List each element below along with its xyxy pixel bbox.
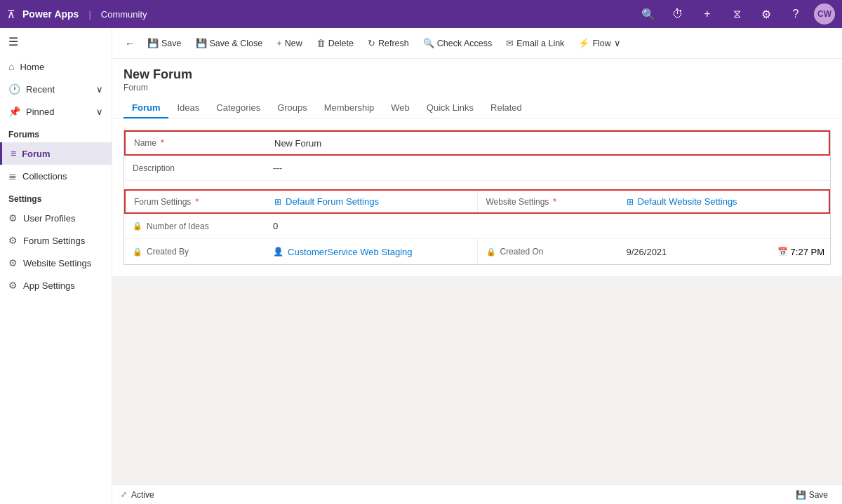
created-on-date-value: 9/26/2021 (618, 241, 772, 263)
sidebar: ☰ ⌂ Home 🕐 Recent ∨ 📌 Pinned ∨ Forums ≡ … (0, 28, 112, 504)
description-value[interactable]: --- (265, 156, 830, 180)
sidebar-pinned-label: Pinned (26, 107, 54, 117)
environment-name: Community (101, 9, 147, 20)
website-settings-value[interactable]: ⊞ Default Website Settings (618, 191, 829, 212)
name-row: Name * New Forum (124, 130, 830, 156)
check-access-icon: 🔍 (423, 38, 434, 48)
tab-quick-links[interactable]: Quick Links (418, 98, 482, 118)
sidebar-item-forum-settings[interactable]: ⚙ Forum Settings (0, 229, 112, 252)
tab-groups[interactable]: Groups (269, 98, 316, 118)
email-link-button[interactable]: ✉ Email a Link (500, 33, 570, 54)
sidebar-item-website-settings[interactable]: ⚙ Website Settings (0, 252, 112, 274)
created-by-value[interactable]: 👤 CustomerService Web Staging (265, 241, 477, 263)
save-button[interactable]: 💾 Save (142, 33, 187, 54)
pinned-arrow-icon: ∨ (96, 107, 103, 117)
app-name: Power Apps (22, 8, 79, 20)
name-required: * (161, 138, 164, 148)
recent-icon: 🕐 (8, 83, 20, 95)
pinned-icon: 📌 (8, 106, 20, 117)
forum-settings-icon: ⚙ (8, 235, 18, 246)
forum-settings-label: Forum Settings * (126, 191, 266, 212)
tab-membership[interactable]: Membership (316, 98, 383, 118)
lock-icon-created-by: 🔒 (133, 247, 142, 257)
status-save-button[interactable]: 💾 Save (790, 489, 834, 501)
sidebar-item-app-settings[interactable]: ⚙ App Settings (0, 274, 112, 297)
timer-icon[interactable]: ⏱ (667, 3, 689, 25)
help-icon[interactable]: ? (784, 3, 807, 25)
calendar-icon[interactable]: 📅 (777, 247, 788, 257)
forum-settings-link-icon: ⊞ (274, 197, 281, 207)
website-settings-required: * (553, 197, 556, 207)
tab-forum[interactable]: Forum (123, 98, 168, 118)
sidebar-app-settings-label: App Settings (23, 280, 75, 291)
sidebar-item-home[interactable]: ⌂ Home (0, 55, 112, 78)
sidebar-collections-label: Collections (22, 171, 67, 182)
forums-section-label: Forums (0, 123, 112, 142)
num-ideas-value: 0 (265, 214, 830, 238)
lock-icon-created-on: 🔒 (486, 247, 496, 257)
content-area: ← 💾 Save 💾 Save & Close + New 🗑 Delete ↻… (112, 28, 842, 504)
save-close-button[interactable]: 💾 Save & Close (190, 33, 269, 54)
name-label: Name * (126, 132, 266, 154)
description-row: Description --- (124, 156, 830, 181)
search-icon[interactable]: 🔍 (637, 3, 660, 25)
flow-button[interactable]: ⚡ Flow ∨ (573, 33, 626, 54)
delete-button[interactable]: 🗑 Delete (311, 33, 359, 54)
status-save-icon: 💾 (796, 490, 806, 500)
tab-web[interactable]: Web (382, 98, 418, 118)
sidebar-forum-settings-label: Forum Settings (23, 236, 85, 246)
hamburger-menu[interactable]: ☰ (0, 28, 112, 55)
delete-label: Delete (328, 39, 354, 48)
form-section: Name * New Forum Description --- (123, 130, 831, 265)
sidebar-recent-label: Recent (26, 84, 55, 95)
settings-icon[interactable]: ⚙ (755, 3, 777, 25)
forum-icon: ≡ (11, 148, 16, 159)
website-settings-label: Website Settings * (478, 191, 618, 212)
expand-icon[interactable]: ⤢ (121, 490, 127, 499)
sidebar-item-forum[interactable]: ≡ Forum (0, 142, 112, 165)
sidebar-item-user-profiles[interactable]: ⚙ User Profiles (0, 207, 112, 229)
filter-icon[interactable]: ⧖ (726, 3, 748, 25)
description-label: Description (124, 156, 265, 180)
num-ideas-label: 🔒 Number of Ideas (124, 214, 265, 238)
website-settings-icon: ⚙ (8, 257, 18, 268)
settings-section-label: Settings (0, 187, 112, 207)
check-access-label: Check Access (437, 39, 493, 48)
plus-icon[interactable]: + (696, 3, 719, 25)
new-button[interactable]: + New (271, 33, 308, 54)
name-value[interactable]: New Forum (266, 132, 829, 154)
forum-settings-value[interactable]: ⊞ Default Forum Settings (266, 191, 477, 212)
status-save-label: Save (809, 490, 828, 500)
save-close-icon: 💾 (196, 38, 207, 48)
new-icon: + (276, 38, 282, 48)
back-button[interactable]: ← (121, 35, 139, 52)
check-access-button[interactable]: 🔍 Check Access (417, 33, 498, 54)
new-label: New (285, 39, 302, 48)
lock-icon-ideas: 🔒 (133, 222, 142, 231)
refresh-icon: ↻ (368, 38, 375, 48)
tabs-container: Forum Ideas Categories Groups Membership… (112, 93, 842, 118)
user-avatar[interactable]: CW (814, 4, 835, 25)
sidebar-item-recent[interactable]: 🕐 Recent ∨ (0, 78, 112, 100)
refresh-button[interactable]: ↻ Refresh (362, 33, 415, 54)
page-content: New Forum Forum Forum Ideas Categories G… (112, 59, 842, 484)
save-icon: 💾 (147, 38, 159, 48)
save-label: Save (161, 39, 182, 48)
created-by-label: 🔒 Created By (124, 241, 265, 262)
created-on-label: 🔒 Created On (478, 241, 618, 262)
status-bar: ⤢ Active 💾 Save (112, 484, 842, 504)
tab-categories[interactable]: Categories (208, 98, 269, 118)
delete-icon: 🗑 (316, 38, 326, 48)
sidebar-item-collections[interactable]: ≣ Collections (0, 165, 112, 187)
sidebar-forum-label: Forum (22, 149, 50, 159)
tab-ideas[interactable]: Ideas (168, 98, 208, 118)
nav-separator: | (88, 9, 91, 20)
email-link-label: Email a Link (516, 39, 564, 48)
user-profiles-icon: ⚙ (8, 212, 18, 224)
app-settings-icon: ⚙ (8, 280, 18, 291)
tab-related[interactable]: Related (482, 98, 530, 118)
created-on-time-value: 7:27 PM (791, 247, 824, 257)
top-navigation: ⊼ Power Apps | Community 🔍 ⏱ + ⧖ ⚙ ? CW (0, 0, 842, 28)
sidebar-item-pinned[interactable]: 📌 Pinned ∨ (0, 100, 112, 123)
grid-icon[interactable]: ⊼ (7, 8, 15, 21)
